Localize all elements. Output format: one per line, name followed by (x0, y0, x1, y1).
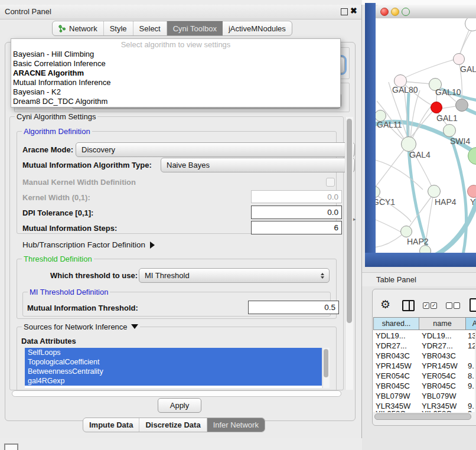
column-header-partial[interactable]: A (465, 317, 476, 330)
table-cell[interactable]: YBL079W (376, 391, 418, 401)
unchecked-checkbox-icon[interactable] (446, 302, 452, 309)
hub-definition-toggle[interactable]: Hub/Transcription Factor Definition (22, 240, 155, 249)
table-cell[interactable]: YER054C (422, 371, 465, 381)
network-canvas[interactable]: GALGAL80GAL10GAL1GAL11SWI4GAL4GCY1HAP4YH… (376, 18, 476, 253)
tab-network[interactable]: Network (53, 21, 104, 35)
mi-steps-value: 6 (334, 223, 338, 232)
table-cell[interactable]: 9. (468, 381, 475, 391)
table-cell[interactable]: 9 (468, 409, 475, 412)
mi-steps-field[interactable]: 6 (251, 221, 342, 234)
algorithm-definition-title: Algorithm Definition (22, 127, 92, 136)
close-traffic-light-icon[interactable] (380, 8, 389, 16)
column-header-name[interactable]: name (419, 317, 466, 330)
dropdown-item-aracne[interactable]: ARACNE Algorithm (11, 69, 340, 78)
attr-item-selected[interactable]: gal4RGexp (25, 376, 322, 386)
tab-select[interactable]: Select (133, 21, 167, 35)
table-cell[interactable]: YDL19... (422, 331, 465, 341)
tab-impute-label: Impute Data (89, 420, 133, 429)
right-pane-top-strip (362, 0, 476, 5)
network-node-hap2[interactable] (400, 226, 412, 237)
checked-checkbox-icon[interactable]: ✓ (423, 302, 429, 309)
dropdown-item[interactable]: Bayesian - K2 (11, 87, 340, 97)
dropdown-item[interactable]: Mutual Information Inference (11, 78, 340, 87)
network-node[interactable] (455, 99, 468, 112)
dpi-tolerance-field[interactable]: 0.0 (251, 206, 342, 219)
network-node-y[interactable] (467, 185, 476, 198)
control-panel: Control Panel ✖ Network Style Select Cyn… (0, 5, 362, 438)
float-window-icon[interactable] (341, 8, 348, 15)
close-icon[interactable]: ✖ (350, 6, 357, 15)
network-node-gal1[interactable] (431, 102, 442, 113)
network-node-label: GAL (460, 64, 476, 74)
table-horizontal-scrollbar[interactable] (373, 413, 475, 419)
network-node-label: GAL4 (409, 150, 431, 159)
cutoff-widget (4, 444, 18, 450)
collapsed-arrow-icon (150, 242, 155, 249)
threshold-definition-title: Threshold Definition (22, 255, 94, 263)
table-cell[interactable]: YIL052C (376, 409, 418, 412)
table-cell[interactable]: 13 (468, 331, 475, 341)
checked-checkbox-icon[interactable]: ✓ (431, 302, 437, 309)
table-cell[interactable]: YBR045C (422, 381, 465, 391)
table-cell[interactable]: 8. (468, 371, 475, 381)
minimize-traffic-light-icon[interactable] (391, 8, 399, 16)
network-node-label: Y (470, 197, 475, 207)
tab-impute-data[interactable]: Impute Data (83, 418, 139, 432)
mi-threshold-group-title: MI Threshold Definition (28, 288, 110, 296)
tab-style[interactable]: Style (104, 21, 133, 35)
attr-item-selected[interactable]: TopologicalCoefficient (25, 357, 322, 367)
dropdown-item[interactable]: Basic Correlation Inference (11, 59, 340, 69)
tab-network-label: Network (69, 24, 97, 33)
gear-icon[interactable]: ⚙ (380, 299, 390, 310)
tab-infer-network[interactable]: Infer Network (207, 418, 265, 432)
unchecked-checkbox-icon[interactable] (454, 302, 460, 309)
table-cell[interactable]: YBR043C (376, 351, 418, 361)
aracne-mode-select[interactable]: Discovery (76, 142, 355, 157)
table-cell[interactable]: YBR045C (376, 381, 418, 391)
network-node-gal[interactable] (453, 53, 465, 65)
table-cell[interactable]: 12 (468, 341, 475, 351)
settings-vertical-scrollbar[interactable] (345, 117, 353, 390)
settings-horizontal-scrollbar[interactable] (12, 390, 341, 397)
table-cell[interactable]: YDL19... (376, 331, 418, 341)
table-cell[interactable]: YDR27... (422, 341, 465, 351)
document-icon[interactable] (470, 298, 476, 312)
attr-list-scrollbar[interactable] (322, 348, 330, 388)
columns-icon[interactable] (402, 300, 415, 311)
table-cell[interactable]: YPR145W (422, 361, 465, 371)
mi-type-select[interactable]: Naive Bayes (161, 158, 355, 172)
mi-threshold-field[interactable]: 0.5 (248, 301, 339, 314)
table-cell[interactable] (468, 391, 475, 401)
zoom-traffic-light-icon[interactable] (402, 8, 410, 16)
attr-item-selected[interactable]: BetweennessCentrality (25, 367, 322, 376)
splitter-grip-icon[interactable]: ▸ (353, 216, 356, 222)
tab-discretize-data[interactable]: Discretize Data (139, 418, 207, 432)
tab-jactivemnodules[interactable]: jActiveMNodules (223, 21, 292, 35)
tab-jactivemnodules-label: jActiveMNodules (229, 24, 286, 33)
network-window-titlebar[interactable] (376, 5, 476, 19)
table-cell[interactable]: YPR145W (376, 361, 418, 371)
kernel-width-value: 0.0 (327, 193, 338, 201)
attr-item-selected[interactable]: SelfLoops (25, 348, 322, 357)
dropdown-item[interactable]: Dream8 DC_TDC Algorithm (11, 97, 340, 106)
column-header-label: shared... (382, 319, 411, 328)
table-cell[interactable]: 9. (468, 361, 475, 371)
table-cell[interactable] (468, 351, 475, 361)
tab-discretize-label: Discretize Data (145, 420, 200, 429)
apply-button[interactable]: Apply (158, 398, 201, 413)
table-cell[interactable]: YBR043C (422, 351, 465, 361)
table-cell[interactable]: YDR27... (376, 341, 418, 351)
mi-type-label: Mutual Information Algorithm Type: (22, 161, 152, 169)
network-node-swi4[interactable] (443, 124, 456, 137)
sources-group-title[interactable]: Sources for Network Inference (22, 322, 140, 331)
tab-cyni-toolbox[interactable]: Cyni Toolbox (167, 21, 223, 35)
table-cell[interactable]: YER054C (376, 371, 418, 381)
network-node-hap4[interactable] (428, 185, 441, 198)
table-cell[interactable]: YIL052C (422, 409, 465, 412)
manual-kernel-checkbox[interactable] (326, 178, 335, 187)
dropdown-item[interactable]: Bayesian - Hill Climbing (11, 50, 340, 59)
which-threshold-select[interactable]: MI Threshold (139, 268, 330, 283)
column-header-shared[interactable]: shared... (373, 317, 419, 330)
table-cell[interactable]: YBL079W (422, 391, 465, 401)
kernel-width-field[interactable]: 0.0 (251, 190, 342, 203)
